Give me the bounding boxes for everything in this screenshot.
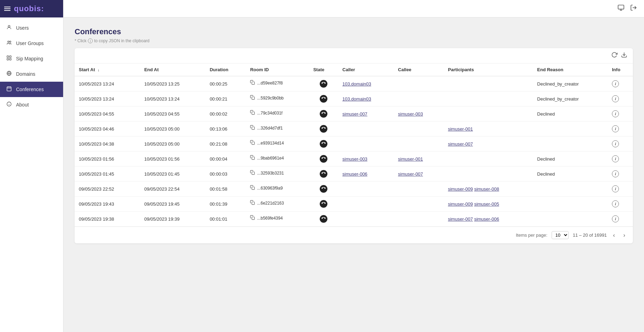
copy-room-id-icon[interactable] — [250, 200, 255, 206]
table-row: 10/05/2023 01:4510/05/2023 01:4500:00:03… — [75, 167, 633, 182]
hangup-icon — [320, 140, 327, 148]
sidebar-item-users[interactable]: Users — [0, 20, 63, 36]
cell-info: i — [608, 106, 633, 121]
cell-participants: simuser-009 simuser-005 — [444, 197, 533, 212]
info-button[interactable]: i — [612, 125, 619, 132]
cell-duration: 00:00:21 — [205, 91, 246, 106]
sidebar-item-label: Sip Mapping — [16, 56, 43, 61]
cell-room-id: ...e939134d14 — [246, 137, 309, 149]
info-button[interactable]: i — [612, 140, 619, 147]
info-button[interactable]: i — [612, 200, 619, 207]
hangup-icon — [320, 170, 327, 178]
page-title: Conferences — [75, 27, 633, 36]
participant-link[interactable]: simuser-005 — [474, 201, 499, 207]
svg-rect-27 — [252, 157, 255, 160]
cell-caller-link[interactable]: simuser-003 — [342, 156, 368, 162]
per-page-select[interactable]: 10 5 25 50 — [552, 231, 569, 239]
cell-callee-link[interactable]: simuser-001 — [398, 156, 423, 162]
hangup-icon — [320, 215, 327, 223]
hangup-icon — [320, 185, 327, 193]
copy-room-id-icon[interactable] — [250, 155, 255, 161]
sidebar-item-label: Users — [16, 25, 29, 31]
menu-icon[interactable] — [4, 6, 10, 12]
info-button[interactable]: i — [612, 170, 619, 177]
hangup-icon — [320, 110, 327, 118]
copy-room-id-icon[interactable] — [250, 185, 255, 191]
table-toolbar — [75, 48, 633, 64]
cell-end-reason: Declined_by_creator — [533, 91, 608, 106]
svg-rect-17 — [618, 5, 624, 9]
screen-icon[interactable] — [618, 4, 624, 13]
cell-callee — [394, 197, 444, 212]
next-page-button[interactable]: › — [621, 231, 627, 239]
col-start-at[interactable]: Start At ↓ — [75, 64, 140, 76]
cell-caller: simuser-007 — [338, 106, 394, 121]
copy-room-id-icon[interactable] — [250, 95, 255, 101]
info-button[interactable]: i — [612, 95, 619, 102]
copy-room-id-icon[interactable] — [250, 170, 255, 176]
participant-link[interactable]: simuser-007 — [448, 216, 473, 222]
json-hint-info-icon[interactable]: i — [88, 38, 93, 43]
copy-room-id-icon[interactable] — [250, 80, 255, 86]
info-button[interactable]: i — [612, 110, 619, 117]
prev-page-button[interactable]: ‹ — [611, 231, 617, 239]
col-room-id: Room ID — [246, 64, 309, 76]
cell-callee — [394, 212, 444, 227]
cell-duration: 00:01:01 — [205, 212, 246, 227]
sidebar-item-domains[interactable]: Domains — [0, 66, 63, 82]
sort-arrow-icon: ↓ — [98, 68, 100, 72]
sidebar-item-sip-mapping[interactable]: Sip Mapping — [0, 51, 63, 66]
cell-participants — [444, 152, 533, 167]
cell-callee-link[interactable]: simuser-003 — [398, 111, 423, 117]
cell-caller: simuser-003 — [338, 152, 394, 167]
col-end-at: End At — [140, 64, 206, 76]
sidebar-item-label: User Groups — [16, 40, 44, 46]
cell-end-reason: Declined_by_creator — [533, 76, 608, 91]
participant-link[interactable]: simuser-006 — [474, 216, 499, 222]
conferences-table-card: Start At ↓ End At Duration Room ID — [75, 48, 633, 243]
hangup-icon — [320, 200, 327, 208]
calendar-icon — [6, 86, 13, 93]
cell-caller-link[interactable]: simuser-007 — [342, 111, 368, 117]
participant-link[interactable]: simuser-001 — [448, 126, 473, 132]
info-button[interactable]: i — [612, 155, 619, 162]
cell-caller-link[interactable]: 103.domain03 — [342, 96, 371, 102]
cell-start-at: 10/05/2023 01:56 — [75, 152, 140, 167]
copy-room-id-icon[interactable] — [250, 125, 255, 131]
participant-link[interactable]: simuser-007 — [448, 141, 473, 147]
participant-link[interactable]: simuser-009 — [448, 186, 473, 192]
cell-callee — [394, 137, 444, 152]
cell-callee-link[interactable]: simuser-007 — [398, 171, 423, 177]
svg-rect-6 — [9, 58, 11, 60]
info-button[interactable]: i — [612, 80, 619, 87]
sidebar-item-label: Domains — [16, 71, 35, 77]
copy-room-id-icon[interactable] — [250, 215, 255, 221]
sidebar-item-user-groups[interactable]: User Groups — [0, 36, 63, 51]
sidebar-item-conferences[interactable]: Conferences — [0, 82, 63, 97]
cell-caller-link[interactable]: simuser-006 — [342, 171, 368, 177]
page-content: Conferences * Click i to copy JSON in th… — [63, 17, 644, 332]
download-icon[interactable] — [621, 52, 627, 60]
info-button[interactable]: i — [612, 215, 619, 222]
info-button[interactable]: i — [612, 185, 619, 192]
globe-icon — [6, 71, 13, 78]
cell-end-at: 09/05/2023 19:45 — [140, 197, 206, 212]
copy-room-id-icon[interactable] — [250, 110, 255, 116]
svg-point-1 — [8, 41, 9, 42]
cell-caller-link[interactable]: 103.domain03 — [342, 81, 371, 87]
cell-participants: simuser-001 — [444, 121, 533, 137]
logout-icon[interactable] — [630, 4, 637, 13]
copy-room-id-icon[interactable] — [250, 140, 255, 146]
room-id-text: ...d59ee827f8 — [257, 81, 282, 86]
cell-end-reason — [533, 121, 608, 137]
participant-link[interactable]: simuser-008 — [474, 186, 499, 192]
participant-link[interactable]: simuser-009 — [448, 201, 473, 207]
svg-rect-26 — [252, 142, 255, 145]
refresh-icon[interactable] — [611, 52, 618, 60]
hangup-icon — [320, 155, 327, 163]
cell-state — [309, 152, 338, 167]
cell-state — [309, 76, 338, 91]
sidebar-item-about[interactable]: About — [0, 97, 63, 112]
cell-state — [309, 167, 338, 182]
cell-start-at: 10/05/2023 04:55 — [75, 106, 140, 121]
